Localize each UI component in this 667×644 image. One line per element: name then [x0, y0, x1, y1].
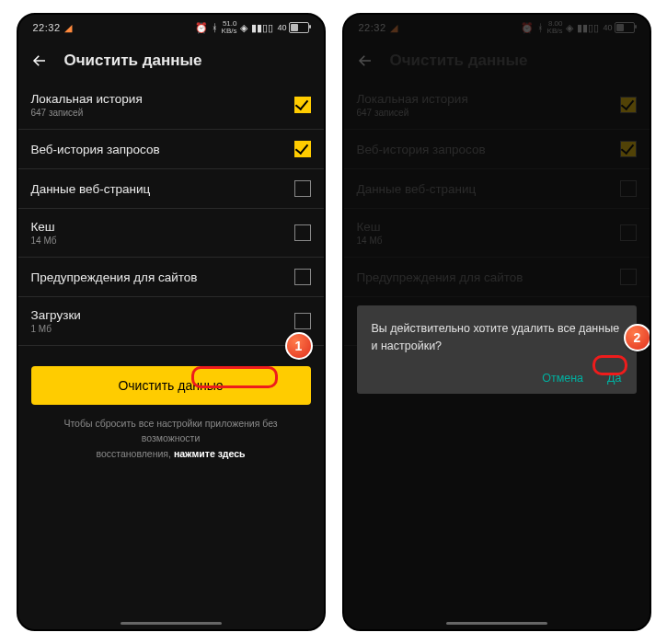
page-title: Очистить данные — [64, 52, 202, 70]
confirm-dialog: Вы действительно хотите удалить все данн… — [357, 305, 637, 394]
status-bar: 22:32 ◢ ⏰ ᚼ 51.0KB/s ◈ ▮▮▯▯ 40 — [18, 15, 324, 40]
net-rate: 51.0KB/s — [222, 20, 237, 35]
row-sub: 1 Мб — [31, 324, 81, 334]
row-site-warnings[interactable]: Предупреждения для сайтов — [18, 258, 324, 297]
alarm-icon: ⏰ — [195, 23, 208, 33]
row-label: Локальная история — [31, 92, 143, 106]
annotation-highlight-2 — [592, 355, 627, 375]
row-label: Веб-история запросов — [31, 143, 160, 156]
annotation-highlight-1 — [191, 366, 278, 388]
reset-note: Чтобы сбросить все настройки приложения … — [18, 416, 324, 461]
checkbox[interactable] — [294, 313, 311, 329]
dialog-cancel-button[interactable]: Отмена — [542, 372, 583, 385]
reset-link[interactable]: нажмите здесь — [174, 448, 246, 459]
phone-left: 22:32 ◢ ⏰ ᚼ 51.0KB/s ◈ ▮▮▯▯ 40 О — [17, 13, 326, 631]
row-webpage-data[interactable]: Данные веб-страниц — [18, 169, 324, 209]
dialog-message: Вы действительно хотите удалить все данн… — [372, 320, 622, 355]
row-web-history[interactable]: Веб-история запросов — [18, 130, 324, 169]
checkbox[interactable] — [294, 97, 311, 113]
phone-right: 22:32 ◢ ⏰ ᚼ 8.00KB/s ◈ ▮▮▯▯ 40 О — [342, 13, 651, 631]
annotation-badge-2: 2 — [624, 324, 651, 351]
row-label: Кеш — [31, 220, 57, 234]
row-label: Данные веб-страниц — [31, 182, 151, 196]
row-sub: 14 Мб — [31, 236, 57, 246]
activity-icon: ◢ — [64, 23, 72, 33]
back-icon[interactable] — [31, 52, 48, 69]
row-local-history[interactable]: Локальная история 647 записей — [18, 81, 324, 130]
gesture-bar — [121, 622, 222, 625]
gesture-bar — [446, 622, 547, 625]
row-sub: 647 записей — [31, 108, 143, 118]
checkbox[interactable] — [294, 269, 311, 285]
signal-icon: ▮▮▯▯ — [251, 23, 273, 33]
page-header: Очистить данные — [18, 40, 324, 81]
wifi-icon: ◈ — [240, 23, 247, 33]
bluetooth-icon: ᚼ — [212, 23, 218, 33]
annotation-badge-1: 1 — [285, 332, 313, 360]
row-cache[interactable]: Кеш 14 Мб — [18, 209, 324, 258]
status-clock: 22:32 — [33, 22, 61, 33]
row-downloads[interactable]: Загрузки 1 Мб — [18, 297, 324, 346]
battery-icon: 40 — [277, 22, 308, 33]
checkbox[interactable] — [294, 224, 311, 241]
row-label: Загрузки — [31, 308, 81, 322]
checkbox[interactable] — [294, 180, 311, 197]
row-label: Предупреждения для сайтов — [31, 270, 198, 284]
checkbox[interactable] — [294, 141, 311, 157]
